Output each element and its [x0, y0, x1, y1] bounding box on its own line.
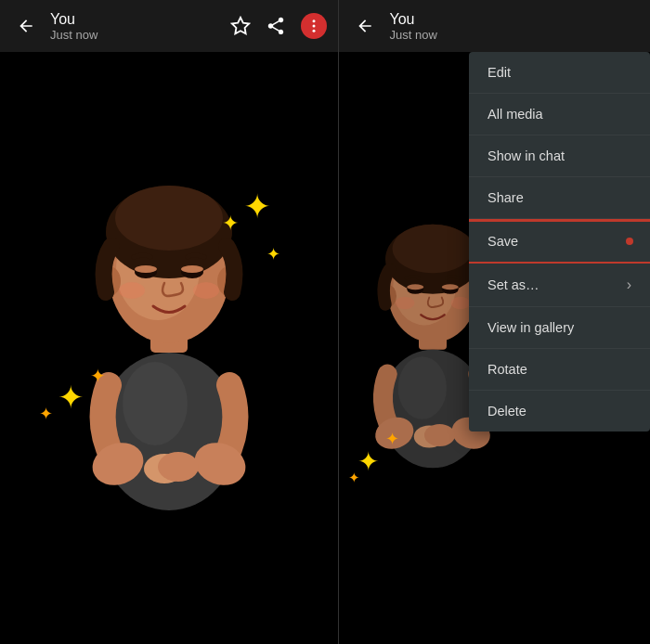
- left-header: You Just now: [0, 0, 338, 52]
- sparkle-1: ✦: [243, 190, 271, 224]
- menu-item-rotate[interactable]: Rotate: [469, 349, 650, 391]
- svg-point-6: [123, 362, 188, 445]
- svg-point-39: [442, 284, 459, 290]
- right-panel: You Just now: [339, 0, 650, 644]
- right-sparkle-2: ✦: [385, 429, 399, 449]
- right-sparkle-3: ✦: [348, 470, 360, 486]
- share-button[interactable]: [266, 16, 286, 36]
- right-user-status: Just now: [389, 28, 436, 42]
- star-button[interactable]: [230, 16, 251, 36]
- right-header: You Just now: [339, 0, 650, 52]
- context-menu: Edit All media Show in chat Share Save S…: [469, 52, 650, 431]
- save-dot-indicator: [626, 238, 633, 245]
- svg-point-20: [181, 265, 203, 273]
- sparkle-6: ✦: [39, 406, 53, 422]
- header-actions: [230, 13, 327, 39]
- svg-point-29: [424, 424, 455, 446]
- left-content-area: ✦ ✦ ✦ ✦ ✦ ✦: [0, 52, 338, 644]
- svg-point-41: [450, 297, 470, 310]
- left-panel: You Just now ✦: [0, 0, 338, 644]
- user-status: Just now: [50, 28, 98, 42]
- right-header-left: You Just now: [350, 10, 639, 42]
- right-back-button[interactable]: [350, 11, 380, 41]
- menu-item-set-as[interactable]: Set as… ›: [469, 264, 650, 307]
- svg-point-3: [313, 30, 316, 32]
- avatar-figure: [58, 181, 280, 515]
- right-user-name: You: [389, 10, 436, 28]
- svg-point-1: [313, 19, 316, 22]
- menu-item-share[interactable]: Share: [469, 177, 650, 219]
- user-name: You: [50, 10, 98, 28]
- menu-item-save[interactable]: Save: [469, 219, 650, 264]
- svg-point-18: [135, 265, 157, 273]
- svg-point-21: [119, 282, 145, 299]
- right-user-info: You Just now: [389, 10, 436, 42]
- more-options-button[interactable]: [301, 13, 327, 39]
- svg-point-37: [407, 284, 423, 290]
- svg-point-16: [115, 186, 223, 251]
- menu-item-all-media[interactable]: All media: [469, 94, 650, 135]
- back-button[interactable]: [11, 11, 41, 41]
- right-content-area: ✦ ✦ ✦ Edit All media Show in chat Share …: [339, 52, 650, 644]
- user-info: You Just now: [50, 10, 98, 42]
- sparkle-2: ✦: [222, 213, 239, 234]
- svg-point-35: [392, 225, 473, 274]
- svg-point-2: [313, 25, 316, 28]
- sparkle-4: ✦: [58, 381, 84, 413]
- menu-item-view-in-gallery[interactable]: View in gallery: [469, 307, 650, 349]
- sparkle-5: ✦: [90, 367, 106, 385]
- menu-item-edit[interactable]: Edit: [469, 52, 650, 94]
- svg-point-25: [397, 356, 447, 419]
- menu-item-show-in-chat[interactable]: Show in chat: [469, 135, 650, 177]
- right-sparkle-1: ✦: [358, 446, 379, 477]
- svg-point-10: [158, 452, 199, 482]
- header-left: You Just now: [11, 10, 230, 42]
- avatar-container: ✦ ✦ ✦ ✦ ✦ ✦: [39, 162, 299, 534]
- menu-item-delete[interactable]: Delete: [469, 391, 650, 431]
- svg-marker-0: [232, 18, 249, 33]
- svg-point-40: [395, 297, 414, 310]
- chevron-right-icon: ›: [627, 277, 631, 293]
- svg-point-22: [193, 282, 219, 299]
- sparkle-3: ✦: [266, 246, 280, 263]
